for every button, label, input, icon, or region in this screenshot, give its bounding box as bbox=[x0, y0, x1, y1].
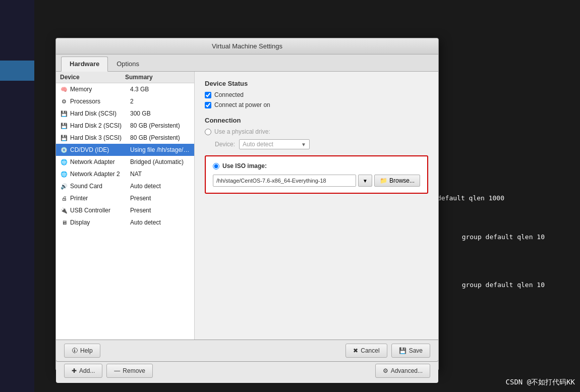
iso-radio[interactable] bbox=[213, 163, 219, 170]
sidebar-highlight bbox=[0, 61, 34, 81]
iso-label: Use ISO image: bbox=[222, 162, 267, 170]
cd-dvd-icon: 💿 bbox=[60, 146, 68, 154]
device-list-panel: Device Summary 🧠Memory4.3 GB⚙Processors2… bbox=[56, 72, 195, 358]
footer-right: ⚙ Advanced... bbox=[375, 364, 430, 378]
device-item-hard-disk-3[interactable]: 💾Hard Disk 3 (SCSI)80 GB (Persistent) bbox=[56, 132, 194, 144]
connect-power-checkbox[interactable] bbox=[205, 102, 211, 108]
network-adapter-2-name: Network Adapter 2 bbox=[70, 171, 130, 178]
usb-controller-icon: 🔌 bbox=[60, 206, 68, 214]
device-item-processors[interactable]: ⚙Processors2 bbox=[56, 95, 194, 107]
hard-disk-2-name: Hard Disk 2 (SCSI) bbox=[70, 122, 130, 129]
cancel-icon: ✖ bbox=[353, 347, 358, 354]
terminal-line-3: group default qlen 10 bbox=[462, 281, 545, 289]
device-list-items: 🧠Memory4.3 GB⚙Processors2💾Hard Disk (SCS… bbox=[56, 83, 194, 229]
dialog-footer: ✚ Add... — Remove ⚙ Advanced... bbox=[56, 358, 438, 383]
device-row: Device: Auto detect ▼ bbox=[215, 139, 428, 149]
tab-hardware[interactable]: Hardware bbox=[61, 57, 108, 72]
bottom-bar: 🛈 Help ✖ Cancel 💾 Save bbox=[55, 340, 439, 362]
help-button[interactable]: 🛈 Help bbox=[64, 344, 100, 358]
save-icon: 💾 bbox=[399, 347, 407, 354]
remove-label: Remove bbox=[123, 367, 145, 374]
processors-summary: 2 bbox=[130, 98, 190, 105]
sound-card-icon: 🔊 bbox=[60, 182, 68, 190]
connected-label: Connected bbox=[214, 91, 244, 98]
cancel-button[interactable]: ✖ Cancel bbox=[345, 344, 387, 358]
connected-row: Connected bbox=[205, 91, 428, 98]
sidebar-strip bbox=[0, 0, 34, 392]
terminal-line-2: group default qlen 10 bbox=[462, 233, 545, 241]
printer-summary: Present bbox=[130, 195, 190, 202]
dialog-content: Device Summary 🧠Memory4.3 GB⚙Processors2… bbox=[56, 72, 438, 358]
network-adapter-icon: 🌐 bbox=[60, 158, 68, 166]
physical-drive-label: Use a physical drive: bbox=[214, 128, 270, 135]
advanced-label: Advanced... bbox=[391, 367, 423, 374]
device-item-hard-disk-1[interactable]: 💾Hard Disk (SCSI)300 GB bbox=[56, 107, 194, 120]
physical-drive-radio[interactable] bbox=[205, 129, 211, 135]
display-name: Display bbox=[70, 219, 130, 226]
advanced-button[interactable]: ⚙ Advanced... bbox=[375, 364, 430, 378]
hard-disk-3-icon: 💾 bbox=[60, 134, 68, 142]
hard-disk-2-icon: 💾 bbox=[60, 122, 68, 130]
device-item-display[interactable]: 🖥DisplayAuto detect bbox=[56, 216, 194, 229]
hard-disk-1-name: Hard Disk (SCSI) bbox=[70, 110, 130, 117]
iso-path-input[interactable] bbox=[213, 175, 356, 187]
connect-power-label: Connect at power on bbox=[214, 101, 270, 108]
iso-section: Use ISO image: ▼ 📁 Browse... bbox=[205, 155, 428, 194]
col-summary-header: Summary bbox=[125, 74, 190, 81]
cancel-label: Cancel bbox=[361, 347, 379, 354]
advanced-icon: ⚙ bbox=[383, 367, 388, 374]
connection-section: Connection Use a physical drive: Device:… bbox=[205, 117, 428, 194]
memory-name: Memory bbox=[70, 86, 130, 93]
memory-icon: 🧠 bbox=[60, 85, 68, 93]
save-label: Save bbox=[409, 347, 423, 354]
connect-power-row: Connect at power on bbox=[205, 101, 428, 108]
iso-file-row: ▼ 📁 Browse... bbox=[213, 175, 420, 187]
device-item-network-adapter-2[interactable]: 🌐Network Adapter 2NAT bbox=[56, 168, 194, 180]
iso-radio-row: Use ISO image: bbox=[213, 162, 420, 170]
browse-button[interactable]: 📁 Browse... bbox=[374, 175, 420, 187]
device-dropdown-arrow: ▼ bbox=[301, 142, 306, 147]
device-item-memory[interactable]: 🧠Memory4.3 GB bbox=[56, 83, 194, 95]
bottom-bar-left: 🛈 Help bbox=[64, 344, 100, 358]
device-label: Device: bbox=[215, 141, 235, 148]
device-item-network-adapter[interactable]: 🌐Network AdapterBridged (Automatic) bbox=[56, 156, 194, 168]
hard-disk-1-summary: 300 GB bbox=[130, 110, 190, 117]
device-item-printer[interactable]: 🖨PrinterPresent bbox=[56, 192, 194, 204]
cd-dvd-summary: Using file /hh/stage/Cent bbox=[130, 146, 190, 153]
bottom-bar-right: ✖ Cancel 💾 Save bbox=[345, 344, 430, 358]
device-dropdown[interactable]: Auto detect ▼ bbox=[239, 139, 310, 149]
browse-label: Browse... bbox=[389, 177, 415, 184]
device-item-usb-controller[interactable]: 🔌USB ControllerPresent bbox=[56, 204, 194, 216]
device-item-hard-disk-2[interactable]: 💾Hard Disk 2 (SCSI)80 GB (Persistent) bbox=[56, 120, 194, 132]
connected-checkbox[interactable] bbox=[205, 92, 211, 98]
remove-icon: — bbox=[114, 367, 120, 374]
network-adapter-2-icon: 🌐 bbox=[60, 170, 68, 178]
virtual-machine-settings-dialog: Virtual Machine Settings Hardware Option… bbox=[55, 38, 439, 371]
tabs-row: Hardware Options bbox=[56, 54, 438, 72]
usb-controller-summary: Present bbox=[130, 207, 190, 214]
usb-controller-name: USB Controller bbox=[70, 207, 130, 214]
remove-button[interactable]: — Remove bbox=[106, 364, 153, 378]
col-device-header: Device bbox=[60, 74, 125, 81]
device-item-cd-dvd[interactable]: 💿CD/DVD (IDE)Using file /hh/stage/Cent bbox=[56, 144, 194, 156]
device-item-sound-card[interactable]: 🔊Sound CardAuto detect bbox=[56, 180, 194, 192]
device-list-header: Device Summary bbox=[56, 72, 194, 83]
dialog-titlebar: Virtual Machine Settings bbox=[56, 38, 438, 54]
tab-options[interactable]: Options bbox=[108, 57, 148, 71]
display-summary: Auto detect bbox=[130, 219, 190, 226]
browse-icon: 📁 bbox=[380, 177, 387, 184]
device-status-title: Device Status bbox=[205, 80, 428, 87]
hard-disk-3-summary: 80 GB (Persistent) bbox=[130, 134, 190, 141]
add-button[interactable]: ✚ Add... bbox=[64, 364, 102, 378]
network-adapter-2-summary: NAT bbox=[130, 171, 190, 178]
cd-dvd-name: CD/DVD (IDE) bbox=[70, 146, 130, 153]
iso-dropdown-arrow: ▼ bbox=[363, 178, 368, 184]
add-label: Add... bbox=[79, 367, 95, 374]
help-icon: 🛈 bbox=[72, 347, 78, 354]
memory-summary: 4.3 GB bbox=[130, 86, 190, 93]
printer-name: Printer bbox=[70, 195, 130, 202]
network-adapter-summary: Bridged (Automatic) bbox=[130, 158, 190, 165]
iso-dropdown-button[interactable]: ▼ bbox=[358, 175, 372, 187]
connection-title: Connection bbox=[205, 117, 428, 124]
save-button[interactable]: 💾 Save bbox=[391, 344, 430, 358]
